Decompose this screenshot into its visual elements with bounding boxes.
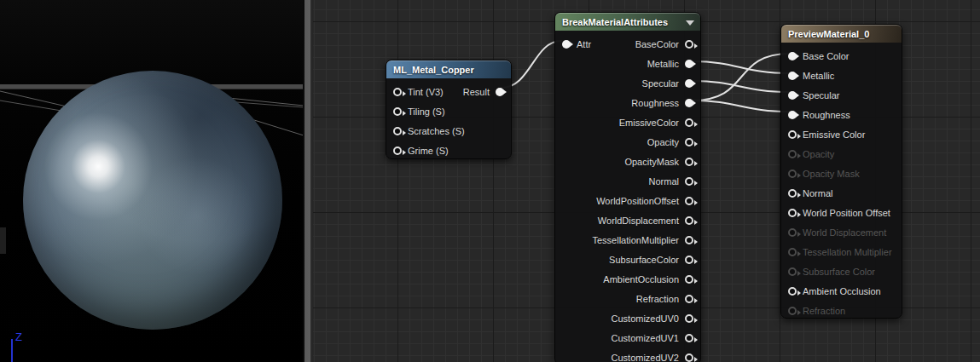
output-pin[interactable] [685,118,693,127]
z-axis-line [11,339,13,362]
pin-row: Opacity [555,132,700,152]
output-pin[interactable] [685,236,693,244]
input-pin[interactable] [393,127,402,135]
output-pin[interactable] [685,99,693,107]
input-pin[interactable] [393,107,402,116]
output-pin[interactable] [685,314,693,323]
pin-row: OpacityMask [555,152,700,171]
output-pin[interactable] [685,295,693,303]
pin-row: EmissiveColor [555,112,700,132]
pin-row: CustomizedUV1 [555,328,700,348]
pin-row: Tessellation Multiplier [781,242,902,261]
background-panel-edge [0,227,6,254]
input-pin[interactable] [788,248,797,256]
pin-row: WorldPositionOffset [555,191,700,210]
output-pin[interactable] [685,334,693,342]
pin-row: Scratches (S) [386,121,511,141]
output-pin[interactable] [685,79,693,88]
pin-row: AmbientOcclusion [555,269,700,289]
pin-row: Tiling (S) [386,101,511,121]
pin-row: World Displacement [781,222,902,242]
pin-row: Ambient Occlusion [781,281,902,301]
output-pin[interactable] [685,40,693,49]
pin-row: TessellationMultiplier [555,230,700,250]
pin-row: Normal [781,183,902,203]
chevron-down-icon[interactable] [686,20,694,26]
input-pin[interactable] [788,267,797,276]
output-pin[interactable] [685,216,693,225]
node-title[interactable]: ML_Metal_Copper [386,60,511,78]
output-pin[interactable] [685,138,693,147]
input-pin[interactable] [788,228,797,237]
node-title[interactable]: PreviewMaterial_0 [781,25,902,43]
pin-row: Attr BaseColor [555,34,700,54]
pin-row: Specular [781,85,902,105]
input-pin[interactable] [788,189,797,198]
output-pin[interactable] [685,197,693,205]
pin-row: Roughness [781,105,902,124]
output-pin[interactable] [685,353,693,362]
pin-row: Base Color [781,46,902,66]
input-pin[interactable] [788,209,797,217]
input-pin[interactable] [562,40,571,49]
input-pin[interactable] [788,111,797,119]
input-pin[interactable] [788,170,797,178]
pin-row: World Position Offset [781,203,902,222]
material-preview-viewport[interactable]: Z [0,0,303,362]
axis-gizmo: Z [9,330,43,362]
output-pin[interactable] [685,158,693,166]
input-pin[interactable] [393,147,402,155]
pin-row: WorldDisplacement [555,210,700,230]
pin-row: Normal [555,171,700,191]
pin-row: Tint (V3) Result [386,82,511,101]
output-pin[interactable] [685,256,693,264]
node-break-material-attributes[interactable]: BreakMaterialAttributes Attr BaseColor M… [554,12,701,362]
pin-row: CustomizedUV2 [555,348,700,362]
pin-row: CustomizedUV0 [555,308,700,328]
input-pin[interactable] [788,130,797,139]
pin-row: Refraction [555,289,700,308]
pin-row: SubsurfaceColor [555,250,700,269]
pin-row: Metallic [781,66,902,85]
input-pin[interactable] [788,52,797,60]
pin-row: Specular [555,73,700,93]
input-pin[interactable] [393,88,402,96]
pin-row: Opacity [781,144,902,164]
pin-row: Emissive Color [781,124,902,144]
pin-row: Roughness [555,93,700,112]
input-pin[interactable] [788,307,797,315]
preview-sphere [23,71,282,330]
output-pin[interactable] [685,60,693,68]
input-pin[interactable] [788,72,797,80]
pin-row: Metallic [555,54,700,73]
output-pin[interactable] [685,177,693,186]
output-pin[interactable] [496,88,504,96]
node-preview-material[interactable]: PreviewMaterial_0 Base Color Metallic Sp… [780,24,902,319]
z-axis-label: Z [15,330,22,343]
output-pin[interactable] [685,275,693,284]
node-ml-metal-copper[interactable]: ML_Metal_Copper Tint (V3) Result Tiling … [386,60,512,159]
input-pin[interactable] [788,150,797,158]
pin-row: Subsurface Color [781,261,902,281]
pin-row: Grime (S) [386,141,511,160]
input-pin[interactable] [788,287,797,296]
pin-row: Refraction [781,301,902,320]
pin-row: Opacity Mask [781,164,902,183]
panel-splitter[interactable] [303,0,313,362]
input-pin[interactable] [788,91,797,100]
node-title[interactable]: BreakMaterialAttributes [555,13,700,31]
